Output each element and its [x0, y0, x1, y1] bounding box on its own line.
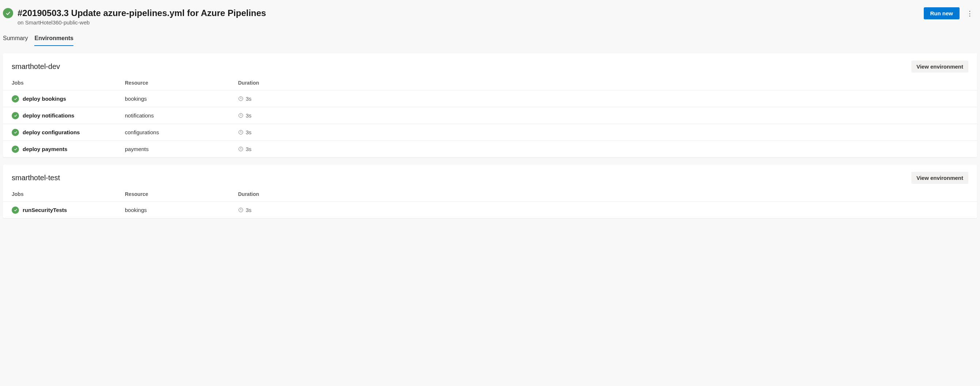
column-jobs: Jobs: [12, 80, 125, 86]
environment-name: smarthotel-test: [12, 174, 60, 182]
duration-value: 3s: [246, 146, 251, 152]
more-vertical-icon: ⋮: [966, 10, 973, 17]
duration-value: 3s: [246, 129, 251, 135]
job-name: runSecurityTests: [23, 207, 67, 213]
table-row[interactable]: runSecurityTests bookings 3s: [3, 202, 977, 218]
resource-name: notifications: [125, 112, 238, 119]
column-resource: Resource: [125, 191, 238, 197]
clock-icon: [238, 207, 243, 213]
duration-value: 3s: [246, 112, 251, 119]
clock-icon: [238, 130, 243, 135]
job-name: deploy notifications: [23, 112, 75, 119]
success-icon: [12, 129, 19, 136]
column-jobs: Jobs: [12, 191, 125, 197]
resource-name: bookings: [125, 95, 238, 102]
duration-value: 3s: [246, 95, 251, 102]
clock-icon: [238, 96, 243, 102]
job-name: deploy bookings: [23, 95, 66, 102]
table-header: Jobs Resource Duration: [3, 184, 977, 202]
table-row[interactable]: deploy bookings bookings 3s: [3, 90, 977, 107]
run-subtitle: on SmartHotel360-public-web: [18, 19, 266, 25]
column-resource: Resource: [125, 80, 238, 86]
duration-value: 3s: [246, 207, 251, 213]
success-icon: [12, 207, 19, 214]
job-name: deploy configurations: [23, 129, 80, 135]
success-icon: [12, 112, 19, 119]
table-row[interactable]: deploy notifications notifications 3s: [3, 107, 977, 124]
tabs: Summary Environments: [3, 32, 977, 46]
success-icon: [12, 95, 19, 103]
page-header: #20190503.3 Update azure-pipelines.yml f…: [3, 3, 977, 25]
more-actions-button[interactable]: ⋮: [964, 8, 975, 19]
tab-environments[interactable]: Environments: [34, 32, 73, 46]
view-environment-button[interactable]: View environment: [912, 60, 968, 73]
resource-name: bookings: [125, 207, 238, 213]
environment-card: smarthotel-test View environment Jobs Re…: [3, 165, 977, 218]
view-environment-button[interactable]: View environment: [912, 172, 968, 184]
run-title: #20190503.3 Update azure-pipelines.yml f…: [18, 7, 266, 19]
column-duration: Duration: [238, 191, 968, 197]
clock-icon: [238, 146, 243, 152]
success-icon: [12, 146, 19, 153]
table-header: Jobs Resource Duration: [3, 73, 977, 90]
table-row[interactable]: deploy configurations configurations 3s: [3, 124, 977, 140]
environment-name: smarthotel-dev: [12, 62, 60, 71]
success-icon: [3, 8, 13, 18]
table-row[interactable]: deploy payments payments 3s: [3, 140, 977, 157]
column-duration: Duration: [238, 80, 968, 86]
environment-card: smarthotel-dev View environment Jobs Res…: [3, 53, 977, 157]
job-name: deploy payments: [23, 146, 68, 152]
clock-icon: [238, 113, 243, 118]
tab-summary[interactable]: Summary: [3, 32, 28, 46]
resource-name: payments: [125, 146, 238, 152]
resource-name: configurations: [125, 129, 238, 135]
run-new-button[interactable]: Run new: [924, 7, 960, 19]
